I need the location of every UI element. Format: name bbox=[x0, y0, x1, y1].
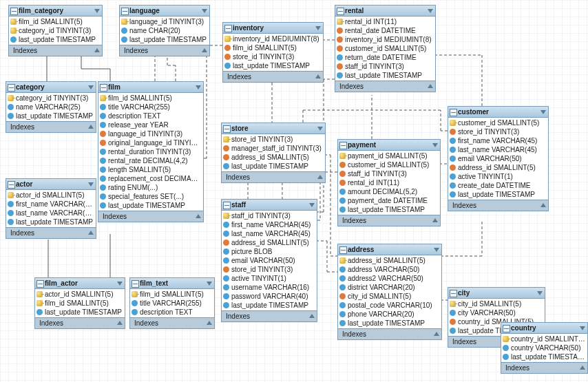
column[interactable]: actor_id SMALLINT(5) bbox=[35, 290, 125, 299]
column[interactable]: first_name VARCHAR(45) bbox=[6, 200, 96, 209]
column[interactable]: language_id TINYINT(3) bbox=[98, 129, 203, 138]
column[interactable]: active TINYINT(1) bbox=[222, 274, 317, 283]
column[interactable]: manager_staff_id TINYINT(3) bbox=[222, 144, 325, 153]
chevron-up-icon[interactable] bbox=[315, 74, 321, 78]
table-rental[interactable]: rentalrental_id INT(11)rental_date DATET… bbox=[335, 5, 436, 92]
collapse-icon[interactable] bbox=[10, 8, 18, 15]
table-film[interactable]: filmfilm_id SMALLINT(5)title VARCHAR(255… bbox=[98, 81, 204, 222]
column[interactable]: address2 VARCHAR(50) bbox=[338, 274, 441, 283]
chevron-down-icon[interactable] bbox=[207, 282, 212, 286]
column[interactable]: store_id TINYINT(3) bbox=[223, 52, 323, 61]
collapse-icon[interactable] bbox=[132, 280, 139, 288]
column[interactable]: actor_id SMALLINT(5) bbox=[6, 191, 96, 200]
chevron-up-icon[interactable] bbox=[88, 231, 94, 235]
table-header[interactable]: film_text bbox=[130, 278, 214, 289]
table-header[interactable]: country bbox=[501, 323, 587, 334]
table-header[interactable]: film_actor bbox=[35, 278, 125, 289]
indexes-section[interactable]: Indexes bbox=[338, 328, 441, 339]
column[interactable]: original_language_id TINYINT(3) bbox=[98, 138, 203, 147]
column[interactable]: description TEXT bbox=[98, 112, 203, 120]
column[interactable]: create_date DATETIME bbox=[448, 181, 548, 190]
table-payment[interactable]: paymentpayment_id SMALLINT(5)customer_id… bbox=[337, 139, 441, 226]
table-header[interactable]: inventory bbox=[223, 23, 323, 34]
chevron-down-icon[interactable] bbox=[428, 9, 433, 13]
chevron-up-icon[interactable] bbox=[196, 214, 201, 218]
table-header[interactable]: store bbox=[222, 123, 325, 134]
chevron-up-icon[interactable] bbox=[94, 48, 100, 52]
table-header[interactable]: customer bbox=[448, 107, 548, 118]
column[interactable]: category_id TINYINT(3) bbox=[9, 26, 102, 35]
indexes-section[interactable]: Indexes bbox=[335, 81, 435, 92]
indexes-section[interactable]: Indexes bbox=[9, 45, 102, 56]
collapse-icon[interactable] bbox=[36, 280, 44, 288]
table-header[interactable]: staff bbox=[222, 200, 317, 211]
column[interactable]: first_name VARCHAR(45) bbox=[222, 220, 317, 229]
column[interactable]: last_update TIMESTAMP bbox=[35, 308, 125, 317]
column[interactable]: title VARCHAR(255) bbox=[130, 299, 214, 308]
chevron-down-icon[interactable] bbox=[88, 182, 94, 187]
column[interactable]: film_id SMALLINT(5) bbox=[98, 94, 203, 103]
table-address[interactable]: addressaddress_id SMALLINT(5)address VAR… bbox=[337, 244, 442, 340]
column[interactable]: rental_date DATETIME bbox=[335, 26, 435, 35]
column[interactable]: city_id SMALLINT(5) bbox=[338, 292, 441, 301]
collapse-icon[interactable] bbox=[8, 181, 15, 189]
column[interactable]: last_name VARCHAR(45) bbox=[222, 229, 317, 238]
collapse-icon[interactable] bbox=[339, 246, 347, 254]
column[interactable]: last_update TIMESTAMP bbox=[448, 190, 548, 199]
er-diagram-canvas[interactable]: film_categoryfilm_id SMALLINT(5)category… bbox=[0, 0, 588, 382]
collapse-icon[interactable] bbox=[8, 84, 15, 92]
column[interactable]: address_id SMALLINT(5) bbox=[222, 153, 325, 162]
table-inventory[interactable]: inventoryinventory_id MEDIUMINT(8)film_i… bbox=[222, 22, 324, 83]
chevron-up-icon[interactable] bbox=[432, 218, 438, 222]
column[interactable]: store_id TINYINT(3) bbox=[448, 127, 548, 136]
column[interactable]: country VARCHAR(50) bbox=[501, 343, 587, 352]
column[interactable]: payment_date DATETIME bbox=[338, 196, 440, 205]
column[interactable]: name VARCHAR(25) bbox=[6, 103, 96, 112]
column[interactable]: inventory_id MEDIUMINT(8) bbox=[335, 35, 435, 44]
table-header[interactable]: city bbox=[448, 288, 545, 299]
chevron-up-icon[interactable] bbox=[88, 125, 94, 129]
column[interactable]: name CHAR(20) bbox=[120, 26, 209, 35]
table-customer[interactable]: customercustomer_id SMALLINT(5)store_id … bbox=[448, 106, 549, 211]
column[interactable]: first_name VARCHAR(45) bbox=[448, 136, 548, 145]
column[interactable]: film_id SMALLINT(5) bbox=[9, 17, 102, 26]
column[interactable]: email VARCHAR(50) bbox=[222, 256, 317, 265]
table-header[interactable]: category bbox=[6, 82, 96, 93]
column[interactable]: last_update TIMESTAMP bbox=[9, 35, 102, 44]
chevron-up-icon[interactable] bbox=[580, 365, 585, 370]
collapse-icon[interactable] bbox=[223, 202, 231, 209]
chevron-up-icon[interactable] bbox=[309, 314, 315, 318]
column[interactable]: film_id SMALLINT(5) bbox=[223, 43, 323, 52]
column[interactable]: city VARCHAR(50) bbox=[448, 308, 545, 317]
column[interactable]: last_update TIMESTAMP bbox=[222, 162, 325, 171]
chevron-up-icon[interactable] bbox=[540, 203, 546, 207]
column[interactable]: last_update TIMESTAMP bbox=[6, 112, 96, 120]
column[interactable]: rental_id INT(11) bbox=[338, 178, 440, 187]
column[interactable]: active TINYINT(1) bbox=[448, 172, 548, 181]
indexes-section[interactable]: Indexes bbox=[222, 171, 325, 182]
table-film_actor[interactable]: film_actoractor_id SMALLINT(5)film_id SM… bbox=[34, 277, 125, 329]
chevron-up-icon[interactable] bbox=[207, 321, 212, 325]
column[interactable]: customer_id SMALLINT(5) bbox=[338, 160, 440, 169]
table-country[interactable]: countrycountry_id SMALLINT(5)country VAR… bbox=[501, 322, 588, 374]
column[interactable]: film_id SMALLINT(5) bbox=[130, 290, 214, 299]
chevron-up-icon[interactable] bbox=[317, 175, 323, 179]
chevron-down-icon[interactable] bbox=[317, 127, 323, 131]
column[interactable]: district VARCHAR(20) bbox=[338, 283, 441, 292]
column[interactable]: last_update TIMESTAMP bbox=[338, 205, 440, 214]
chevron-down-icon[interactable] bbox=[432, 143, 438, 147]
table-header[interactable]: payment bbox=[338, 140, 440, 151]
indexes-section[interactable]: Indexes bbox=[6, 227, 96, 238]
column[interactable]: last_name VARCHAR(45) bbox=[6, 209, 96, 217]
column[interactable]: staff_id TINYINT(3) bbox=[338, 169, 440, 178]
column[interactable]: customer_id SMALLINT(5) bbox=[335, 44, 435, 53]
column[interactable]: phone VARCHAR(20) bbox=[338, 310, 441, 319]
column[interactable]: staff_id TINYINT(3) bbox=[335, 62, 435, 71]
chevron-down-icon[interactable] bbox=[315, 26, 321, 30]
collapse-icon[interactable] bbox=[339, 142, 347, 149]
table-film_text[interactable]: film_textfilm_id SMALLINT(5)title VARCHA… bbox=[129, 277, 215, 329]
chevron-down-icon[interactable] bbox=[202, 9, 207, 13]
column[interactable]: amount DECIMAL(5,2) bbox=[338, 187, 440, 196]
column[interactable]: address VARCHAR(50) bbox=[338, 265, 441, 274]
column[interactable]: picture BLOB bbox=[222, 247, 317, 256]
